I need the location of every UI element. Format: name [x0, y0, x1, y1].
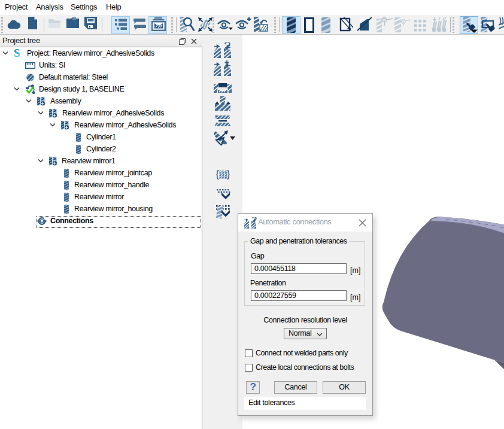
svg-text:S: S: [14, 48, 20, 58]
